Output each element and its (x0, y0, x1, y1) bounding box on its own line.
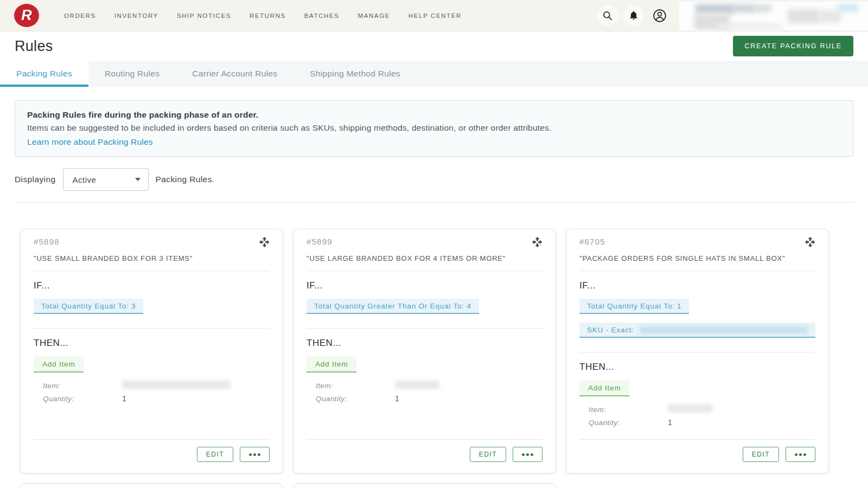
item-value (122, 381, 231, 390)
learn-more-link[interactable]: Learn more about Packing Rules (27, 137, 153, 147)
search-icon[interactable] (597, 5, 618, 26)
add-item-chip: Add Item (34, 356, 84, 373)
item-label: Item: (589, 406, 668, 414)
nav-item-returns[interactable]: RETURNS (250, 12, 286, 19)
packing-rule-card: #5899"USE LARGE BRANDED BOX FOR 4 ITEMS … (293, 229, 556, 473)
page-header: Rules CREATE PACKING RULE (0, 31, 868, 61)
packing-rule-cards: #5898"USE SMALL BRANDED BOX FOR 3 ITEMS"… (20, 229, 848, 473)
nav-item-orders[interactable]: ORDERS (64, 12, 96, 19)
page-title: Rules (15, 38, 53, 55)
edit-rule-button[interactable]: EDIT (743, 447, 779, 462)
move-icon[interactable] (532, 237, 542, 247)
quantity-label: Quantity: (43, 395, 122, 403)
nav-item-manage[interactable]: MANAGE (358, 12, 390, 19)
nav-item-ship-notices[interactable]: SHIP NOTICES (177, 12, 231, 19)
card-footer: EDIT (579, 439, 815, 462)
condition-chip: Total Quantity Greater Than Or Equal To:… (307, 299, 479, 314)
ellipsis-icon (258, 453, 260, 456)
item-label: Item: (316, 382, 395, 390)
top-navbar: R ORDERS INVENTORY SHIP NOTICES RETURNS … (0, 0, 868, 31)
nav-item-help-center[interactable]: HELP CENTER (409, 12, 462, 19)
redacted-item-name (668, 404, 712, 413)
ellipsis-icon (799, 453, 802, 456)
redacted-sku-value (640, 326, 808, 334)
packing-rules-info-box: Packing Rules fire during the packing ph… (15, 100, 853, 157)
redacted-item-name (122, 381, 231, 389)
quantity-label: Quantity: (589, 419, 668, 427)
card-divider (34, 271, 270, 271)
card-divider (307, 328, 542, 329)
card-divider (307, 271, 542, 271)
if-label: IF... (34, 280, 270, 291)
ellipsis-icon (522, 453, 525, 456)
quantity-value: 1 (668, 418, 672, 427)
then-label: THEN... (307, 338, 542, 349)
then-label: THEN... (34, 338, 270, 349)
redacted-item-name (395, 381, 439, 389)
app-logo[interactable]: R (14, 4, 39, 27)
account-icon[interactable] (649, 5, 670, 26)
next-row-partial-cards (20, 483, 848, 488)
rule-title: "USE LARGE BRANDED BOX FOR 4 ITEMS OR MO… (307, 254, 542, 262)
filter-prefix-label: Displaying (15, 175, 56, 184)
if-label: IF... (579, 280, 815, 291)
packing-rule-card: #5898"USE SMALL BRANDED BOX FOR 3 ITEMS"… (20, 229, 283, 473)
navbar-actions (597, 0, 670, 31)
edit-rule-button[interactable]: EDIT (197, 447, 233, 462)
tab-routing-rules[interactable]: Routing Rules (88, 61, 176, 87)
conditions: Total Quantity Equal To: 3 (34, 299, 270, 314)
tab-shipping-method-rules[interactable]: Shipping Method Rules (293, 61, 417, 87)
ellipsis-icon (531, 453, 533, 456)
condition-chip: SKU - Exact: (579, 323, 815, 338)
if-label: IF... (307, 280, 542, 291)
display-filter-row: Displaying Active Packing Rules. (15, 168, 853, 191)
condition-chip: Total Quantity Equal To: 1 (579, 299, 689, 314)
main-content: Packing Rules fire during the packing ph… (0, 100, 868, 488)
redacted-account-info (679, 2, 868, 30)
condition-chip: Total Quantity Equal To: 3 (34, 299, 143, 314)
filter-suffix-label: Packing Rules. (156, 175, 215, 184)
partial-card (293, 483, 556, 488)
card-divider (34, 328, 270, 329)
tab-carrier-account-rules[interactable]: Carrier Account Rules (176, 61, 293, 87)
card-divider (579, 271, 815, 271)
main-nav: ORDERS INVENTORY SHIP NOTICES RETURNS BA… (64, 12, 462, 19)
item-label: Item: (43, 382, 122, 390)
filter-selected-value: Active (73, 175, 97, 184)
tab-packing-rules[interactable]: Packing Rules (0, 61, 88, 87)
conditions: Total Quantity Equal To: 1SKU - Exact: (579, 299, 815, 338)
move-icon[interactable] (259, 237, 270, 247)
nav-item-batches[interactable]: BATCHES (304, 12, 340, 19)
more-options-button[interactable] (786, 447, 815, 462)
more-options-button[interactable] (513, 447, 542, 462)
ellipsis-icon (526, 453, 529, 456)
edit-rule-button[interactable]: EDIT (470, 447, 506, 462)
chevron-down-icon (135, 178, 141, 181)
create-packing-rule-button[interactable]: CREATE PACKING RULE (733, 36, 853, 56)
rule-title: "PACKAGE ORDERS FOR SINGLE HATS IN SMALL… (579, 254, 815, 262)
notification-bell-icon[interactable] (623, 5, 644, 26)
packing-rule-card: #6705"PACKAGE ORDERS FOR SINGLE HATS IN … (566, 229, 829, 473)
display-filter-select[interactable]: Active (63, 168, 149, 191)
section-divider (15, 202, 853, 203)
action-details: Item:Quantity:1 (307, 379, 542, 405)
partial-card (20, 483, 283, 488)
move-icon[interactable] (805, 237, 815, 247)
ellipsis-icon (253, 453, 256, 456)
item-value (668, 404, 712, 414)
item-value (395, 381, 439, 390)
rule-id: #5899 (307, 237, 333, 246)
conditions: Total Quantity Greater Than Or Equal To:… (307, 299, 542, 314)
card-footer: EDIT (307, 439, 542, 462)
condition-text: SKU - Exact: (587, 326, 634, 334)
more-options-button[interactable] (240, 447, 270, 462)
ellipsis-icon (249, 453, 252, 456)
rule-id: #5898 (34, 237, 60, 246)
condition-text: Total Quantity Greater Than Or Equal To:… (314, 302, 471, 310)
ellipsis-icon (795, 453, 797, 456)
nav-item-inventory[interactable]: INVENTORY (114, 12, 158, 19)
quantity-value: 1 (122, 394, 126, 403)
condition-text: Total Quantity Equal To: 1 (587, 302, 681, 310)
rules-tabs: Packing Rules Routing Rules Carrier Acco… (0, 61, 868, 87)
quantity-value: 1 (395, 394, 399, 403)
